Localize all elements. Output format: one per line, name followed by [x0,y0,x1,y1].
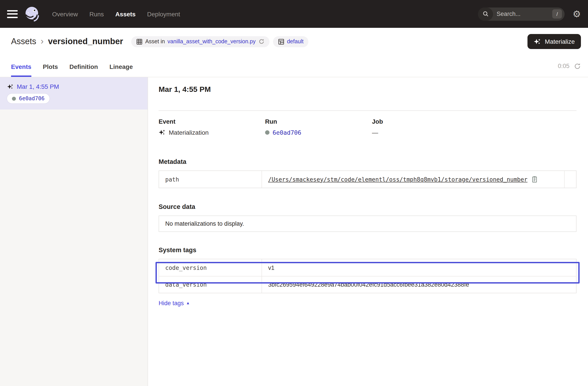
breadcrumb: Assets › versioned_number [11,37,123,46]
system-tag-row-data-version: data_version 3bfc269594ef649228e9a74bab0… [159,276,576,293]
event-detail-title: Mar 1, 4:55 PM [159,85,577,94]
dagster-logo[interactable] [24,5,41,22]
tab-bar: Events Plots Definition Lineage 0:05 [0,55,588,77]
job-column-label: Job [372,118,577,125]
system-tags-heading: System tags [159,246,577,254]
materialization-icon [159,129,166,136]
reload-definitions-icon[interactable] [258,39,264,45]
primary-nav: Overview Runs Assets Deployment [52,10,180,18]
metadata-row-path: path /Users/smackesey/stm/code/elementl/… [159,171,576,188]
search-input[interactable] [496,10,540,18]
run-column-label: Run [265,118,372,125]
nav-item-assets[interactable]: Assets [115,10,136,18]
copy-icon[interactable] [531,176,538,183]
nav-item-runs[interactable]: Runs [89,10,104,18]
search-shortcut-badge: / [552,9,562,19]
hide-tags-link[interactable]: Hide tags ▲ [159,300,190,306]
metadata-heading: Metadata [159,158,577,165]
tab-events[interactable]: Events [11,55,31,77]
chevron-right-icon: › [41,37,43,45]
nav-item-overview[interactable]: Overview [52,10,78,18]
metadata-key: path [159,171,262,188]
event-list-sidebar: Mar 1, 4:55 PM 6e0ad706 [0,77,148,386]
materialize-button-label: Materialize [545,38,575,45]
breadcrumb-assets-link[interactable]: Assets [11,37,36,46]
hide-tags-label: Hide tags [159,300,184,306]
page-title: versioned_number [48,37,123,46]
tab-lineage[interactable]: Lineage [109,55,133,77]
event-type-value: Materialization [169,129,209,136]
job-value: — [372,129,378,136]
event-column-label: Event [159,118,265,125]
asset-file-link[interactable]: vanilla_asset_with_code_version.py [168,39,255,45]
search-icon [478,7,493,20]
asset-table-icon [136,38,143,45]
materialization-icon [7,83,14,90]
refresh-timer: 0:05 [558,63,569,69]
tab-plots[interactable]: Plots [43,55,58,77]
code-location-icon [278,38,284,45]
system-tags-table: code_version v1 data_version 3bfc269594e… [159,259,577,293]
run-id-label: 6e0ad706 [19,95,45,102]
tab-definition[interactable]: Definition [69,55,98,77]
asset-pill-prefix: Asset in [145,39,165,45]
dagster-octopus-icon [24,5,41,22]
caret-up-icon: ▲ [186,301,190,305]
top-nav: Overview Runs Assets Deployment / ⚙ [0,0,588,28]
event-timestamp: Mar 1, 4:55 PM [17,83,59,90]
metadata-actions-cell [564,171,576,188]
source-data-heading: Source data [159,203,577,210]
divider [159,110,577,111]
run-status-dot [12,97,16,101]
search-box[interactable]: / [478,7,565,20]
refresh-icon[interactable] [574,62,581,70]
tag-value: 3bfc269594ef649228e9a74bab00f042efc91d5a… [268,281,469,288]
hamburger-menu-icon[interactable] [7,10,18,18]
gear-icon[interactable]: ⚙ [572,9,581,19]
event-list-item-selected[interactable]: Mar 1, 4:55 PM 6e0ad706 [0,77,147,110]
run-id-pill[interactable]: 6e0ad706 [7,94,49,103]
materialize-button[interactable]: Materialize [528,34,581,49]
source-data-empty-state: No materializations to display. [159,216,577,232]
code-location-label: default [287,39,303,45]
app-root: Overview Runs Assets Deployment / ⚙ Asse… [0,0,588,386]
tag-key: data_version [159,276,262,293]
code-location-pill[interactable]: default [273,36,308,47]
event-summary-columns: Event Materialization Run [159,118,577,136]
page-header: Assets › versioned_number Asset in vanil… [0,28,588,55]
asset-definition-pill: Asset in vanilla_asset_with_code_version… [131,36,269,47]
tag-key: code_version [159,259,262,276]
tag-value: v1 [268,264,274,271]
nav-item-deployment[interactable]: Deployment [147,10,180,18]
metadata-table: path /Users/smackesey/stm/code/elementl/… [159,170,577,188]
sparkle-icon [534,38,541,45]
run-id-link[interactable]: 6e0ad706 [273,129,301,136]
event-detail-panel: Mar 1, 4:55 PM Event Materialization [148,77,588,386]
run-status-dot [265,130,270,135]
source-data-empty-text: No materializations to display. [165,220,244,227]
system-tag-row-code-version: code_version v1 [159,259,576,276]
path-link[interactable]: /Users/smackesey/stm/code/elementl/oss/t… [268,176,527,183]
